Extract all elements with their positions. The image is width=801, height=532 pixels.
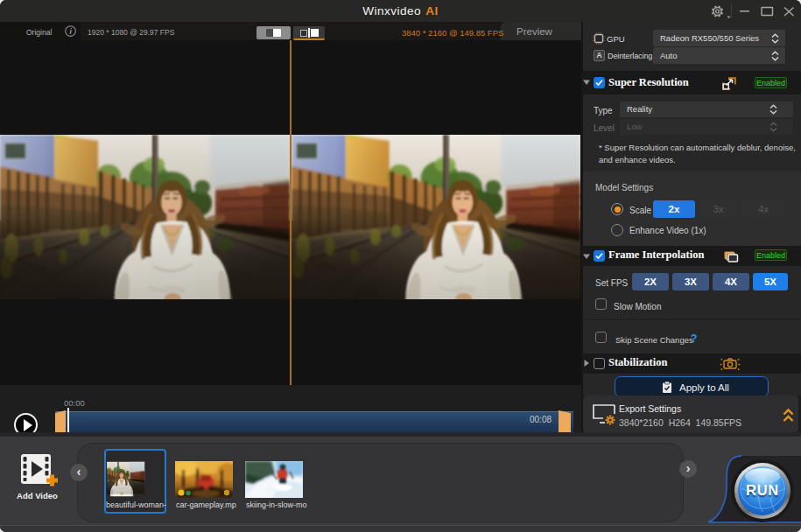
svg-text:i: i	[70, 27, 73, 36]
